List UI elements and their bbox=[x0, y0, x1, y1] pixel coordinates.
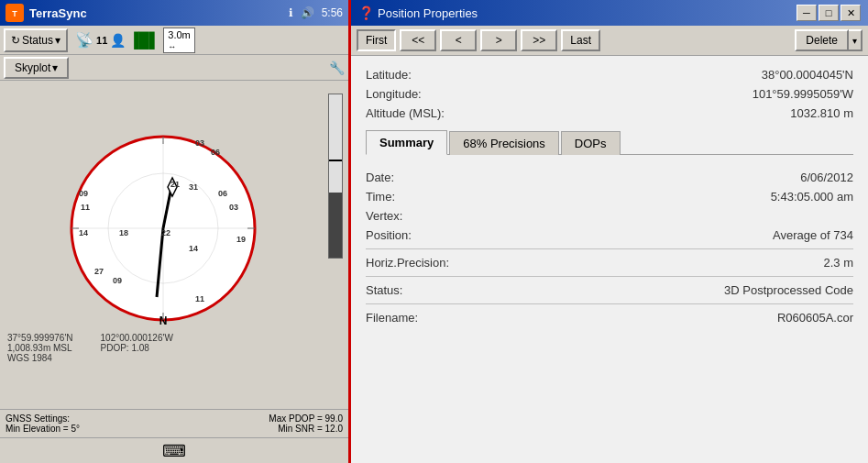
skyplot-area: N 03 06 06 03 19 09 11 14 18 22 14 bbox=[0, 81, 348, 409]
altitude-row: Altitude (MSL): 1032.810 m bbox=[366, 104, 853, 123]
gnss-settings-label: GNSS Settings: bbox=[5, 413, 70, 424]
svg-text:11: 11 bbox=[81, 203, 90, 212]
svg-text:22: 22 bbox=[161, 228, 170, 237]
dropdown-arrow: ▾ bbox=[55, 34, 60, 47]
latitude-row: Latitude: 38°00.0004045'N bbox=[366, 65, 853, 84]
window-title: Position Properties bbox=[378, 6, 793, 20]
battery-icon: ▐█▌ bbox=[128, 32, 159, 49]
date-value: 6/06/2012 bbox=[800, 171, 853, 184]
lon-display: 102°00.000126'W bbox=[101, 333, 173, 343]
tab-precisions[interactable]: 68% Precisions bbox=[449, 131, 559, 155]
maximize-button[interactable]: □ bbox=[819, 5, 839, 21]
svg-text:11: 11 bbox=[195, 294, 204, 303]
svg-text:T: T bbox=[12, 9, 17, 18]
svg-text:14: 14 bbox=[189, 244, 198, 253]
signal-meter bbox=[328, 94, 343, 259]
compass-svg: N 03 06 06 03 19 09 11 14 18 22 14 bbox=[62, 127, 264, 329]
position-row: Position: Average of 734 bbox=[366, 226, 853, 245]
status-button[interactable]: ↻ Status ▾ bbox=[4, 28, 68, 52]
horiz-label: Horiz.Precision: bbox=[366, 256, 494, 270]
position-info: 37°59.999976'N 1,008.93m MSL WGS 1984 10… bbox=[4, 333, 323, 363]
app-title: TerraSync bbox=[29, 6, 283, 20]
delete-button[interactable]: Delete bbox=[795, 29, 849, 51]
arrow-icon: ↔ bbox=[168, 42, 176, 51]
divider-1 bbox=[366, 248, 853, 249]
next-button[interactable]: > bbox=[480, 29, 517, 51]
waypoint-icon: 👤 bbox=[110, 33, 126, 48]
pdop-display: PDOP: 1.08 bbox=[101, 343, 173, 353]
minimize-button[interactable]: ─ bbox=[797, 5, 817, 21]
settings-icon[interactable]: 🔧 bbox=[329, 61, 345, 75]
time-value: 5:43:05.000 am bbox=[771, 190, 853, 204]
svg-text:03: 03 bbox=[229, 203, 238, 212]
skyplot-label: Skyplot bbox=[15, 61, 50, 74]
toolbar: ↻ Status ▾ 📡 11 👤 ▐█▌ 3.0m ↔ bbox=[0, 26, 348, 55]
svg-text:09: 09 bbox=[113, 276, 122, 285]
speaker-icon: 🔊 bbox=[301, 6, 314, 19]
keyboard-bar: ⌨ bbox=[0, 437, 348, 463]
time-row: Time: 5:43:05.000 am bbox=[366, 187, 853, 206]
date-label: Date: bbox=[366, 171, 494, 184]
min-snr-value: Min SNR = 12.0 bbox=[278, 424, 343, 434]
date-row: Date: 6/06/2012 bbox=[366, 168, 853, 187]
window-controls: ─ □ ✕ bbox=[797, 5, 861, 21]
alt-display: 1,008.93m MSL bbox=[7, 343, 73, 353]
prev-prev-button[interactable]: << bbox=[400, 29, 436, 51]
signal-fill bbox=[329, 193, 342, 258]
vertex-row: Vertex: bbox=[366, 206, 853, 226]
signal-marker bbox=[329, 160, 342, 161]
longitude-label: Longitude: bbox=[366, 87, 422, 101]
svg-text:21: 21 bbox=[170, 180, 180, 189]
dropdown-arrow-skyplot: ▾ bbox=[52, 61, 58, 74]
close-button[interactable]: ✕ bbox=[841, 5, 861, 21]
svg-text:31: 31 bbox=[189, 182, 198, 192]
latitude-value: 38°00.0004045'N bbox=[762, 68, 853, 82]
time-label: Time: bbox=[366, 190, 494, 204]
tabs-container: Summary 68% Precisions DOPs bbox=[366, 130, 853, 155]
title-bar-icons: ℹ 🔊 5:56 bbox=[289, 6, 343, 19]
tab-dops[interactable]: DOPs bbox=[561, 131, 621, 155]
status-row: Status: 3D Postprocessed Code bbox=[366, 281, 853, 300]
next-next-button[interactable]: >> bbox=[521, 29, 557, 51]
prev-button[interactable]: < bbox=[440, 29, 477, 51]
latitude-label: Latitude: bbox=[366, 68, 412, 82]
title-bar: T TerraSync ℹ 🔊 5:56 bbox=[0, 0, 348, 26]
filename-row: Filename: R060605A.cor bbox=[366, 308, 853, 327]
datum-display: WGS 1984 bbox=[7, 353, 73, 363]
svg-text:27: 27 bbox=[94, 267, 104, 276]
svg-text:09: 09 bbox=[79, 189, 88, 198]
skyplot-main: N 03 06 06 03 19 09 11 14 18 22 14 bbox=[4, 84, 323, 405]
filename-value: R060605A.cor bbox=[777, 311, 853, 325]
max-pdop-value: Max PDOP = 99.0 bbox=[269, 413, 343, 424]
horiz-value: 2.3 m bbox=[823, 256, 853, 270]
last-button[interactable]: Last bbox=[561, 29, 600, 51]
lat-display: 37°59.999976'N bbox=[7, 333, 73, 343]
tab-summary[interactable]: Summary bbox=[366, 130, 447, 155]
first-button[interactable]: First bbox=[357, 29, 396, 51]
position-label: Position: bbox=[366, 228, 494, 242]
info-icon: ℹ bbox=[289, 6, 293, 19]
altitude-value: 1032.810 m bbox=[790, 106, 853, 120]
satellite-count: 11 bbox=[96, 35, 107, 46]
status-prop-value: 3D Postprocessed Code bbox=[724, 283, 853, 297]
divider-2 bbox=[366, 276, 853, 277]
longitude-value: 101°59.9995059'W bbox=[753, 87, 853, 101]
status-prop-label: Status: bbox=[366, 283, 494, 297]
time-display: 5:56 bbox=[322, 6, 343, 19]
status-label: Status bbox=[22, 34, 53, 47]
refresh-icon: ↻ bbox=[11, 34, 20, 47]
position-value: Average of 734 bbox=[773, 228, 853, 242]
window-icon: ❓ bbox=[358, 6, 374, 20]
properties-content: Latitude: 38°00.0004045'N Longitude: 101… bbox=[351, 56, 868, 463]
longitude-row: Longitude: 101°59.9995059'W bbox=[366, 84, 853, 104]
skyplot-button[interactable]: Skyplot ▾ bbox=[4, 57, 69, 79]
toolbar-icons: 📡 11 👤 ▐█▌ bbox=[75, 31, 159, 49]
skyplot-row: Skyplot ▾ 🔧 bbox=[0, 55, 348, 81]
delete-container: Delete ▾ bbox=[795, 29, 863, 51]
horiz-row: Horiz.Precision: 2.3 m bbox=[366, 253, 853, 272]
svg-text:03: 03 bbox=[195, 138, 204, 148]
keyboard-icon[interactable]: ⌨ bbox=[162, 441, 186, 461]
delete-dropdown-button[interactable]: ▾ bbox=[849, 29, 863, 51]
min-elevation-value: Min Elevation = 5° bbox=[5, 424, 80, 434]
vertex-label: Vertex: bbox=[366, 209, 494, 223]
